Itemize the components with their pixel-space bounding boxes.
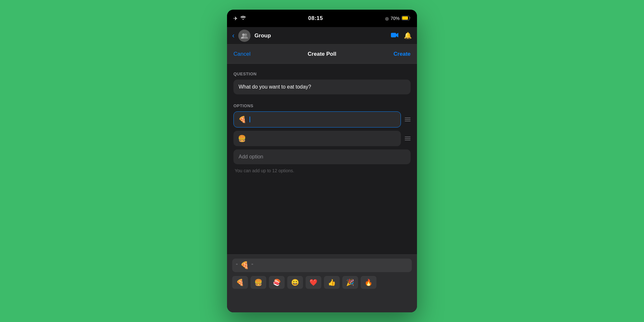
options-hint: You can add up to 12 options.	[233, 168, 411, 173]
status-right: ◎ 70%	[385, 16, 411, 21]
drag-line-1	[405, 137, 411, 137]
chat-header: ‹ Group 🔔	[227, 27, 417, 44]
question-section-label: QUESTION	[233, 71, 411, 76]
emoji-cat-thumbs[interactable]: 👍	[324, 276, 340, 289]
drag-line-2	[405, 119, 411, 120]
option-row-1: 🍕	[233, 111, 411, 128]
drag-line-3	[405, 121, 411, 121]
status-bar: 08:15 ◎ 70%	[227, 10, 417, 27]
question-input[interactable]	[233, 80, 411, 94]
create-button[interactable]: Create	[393, 51, 411, 57]
options-section: OPTIONS 🍕 🍔	[233, 103, 411, 173]
emoji-cat-fire[interactable]: 🔥	[361, 276, 376, 289]
emoji-cat-sushi[interactable]: 🍣	[269, 276, 285, 289]
battery-icon	[402, 16, 411, 21]
emoji-cat-party[interactable]: 🎉	[342, 276, 358, 289]
question-section: QUESTION	[233, 71, 411, 103]
group-avatar	[238, 30, 251, 42]
group-name: Group	[254, 33, 387, 39]
cursor	[250, 117, 250, 122]
emoji-cat-burger[interactable]: 🍔	[251, 276, 266, 289]
emoji-cat-smile[interactable]: 😀	[287, 276, 303, 289]
emoji-category-bar: 🍕 🍔 🍣 😀 ❤️ 👍 🎉 🔥	[232, 276, 412, 289]
quote-left: "	[236, 263, 238, 268]
back-arrow[interactable]: ‹	[232, 32, 234, 40]
option-row-2: 🍔	[233, 131, 411, 146]
status-time: 08:15	[308, 15, 323, 22]
add-option-button[interactable]: Add option	[233, 149, 411, 164]
airplane-icon	[233, 15, 238, 22]
emoji-cat-heart[interactable]: ❤️	[306, 276, 321, 289]
modal-body: QUESTION OPTIONS 🍕 🍔	[227, 64, 417, 254]
drag-line-2	[405, 138, 411, 139]
emoji-preview-bar: " 🍕 "	[232, 259, 412, 272]
svg-point-2	[242, 33, 245, 36]
option-input-wrap-1[interactable]: 🍕	[233, 111, 401, 128]
status-left	[233, 15, 246, 22]
preview-emoji: 🍕	[240, 261, 249, 270]
drag-handle-1[interactable]	[405, 118, 411, 121]
modal-title: Create Poll	[308, 51, 336, 57]
svg-point-3	[244, 33, 247, 36]
svg-rect-1	[402, 16, 408, 20]
wifi-icon	[240, 15, 246, 21]
chat-actions: 🔔	[391, 32, 412, 40]
drag-line-1	[405, 118, 411, 118]
svg-rect-4	[391, 33, 396, 37]
quote-right: "	[251, 263, 253, 268]
option-2-emoji: 🍔	[238, 135, 246, 142]
bell-icon[interactable]: 🔔	[404, 32, 412, 40]
modal-header: Cancel Create Poll Create	[227, 44, 417, 64]
option-input-wrap-2[interactable]: 🍔	[233, 131, 401, 146]
emoji-cat-pizza[interactable]: 🍕	[232, 276, 248, 289]
emoji-keyboard: " 🍕 " 🍕 🍔 🍣 😀 ❤️ 👍 🎉 🔥	[227, 254, 417, 312]
options-section-label: OPTIONS	[233, 103, 411, 108]
drag-handle-2[interactable]	[405, 137, 411, 140]
drag-line-3	[405, 140, 411, 140]
focus-icon: ◎	[385, 16, 389, 21]
video-call-icon[interactable]	[391, 32, 399, 40]
cancel-button[interactable]: Cancel	[233, 51, 251, 57]
device-frame: 08:15 ◎ 70% ‹ Group	[227, 10, 417, 312]
option-1-emoji: 🍕	[238, 116, 246, 123]
battery-percent: 70%	[391, 16, 400, 21]
